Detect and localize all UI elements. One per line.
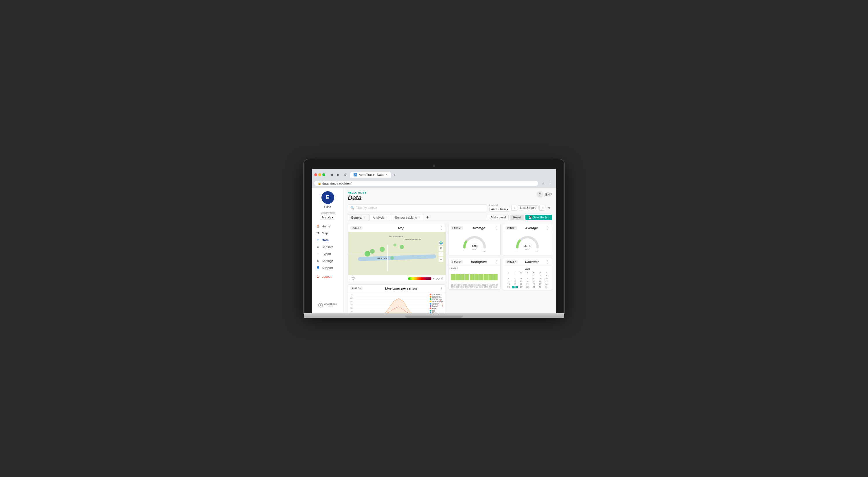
refresh-button[interactable]: ↺ <box>342 171 348 178</box>
interval-select[interactable]: Auto · 1min ▾ <box>489 207 510 212</box>
filter-row: 🔍 Filter by sensor Interval Auto · 1min … <box>348 204 552 212</box>
avg2-panel-menu-icon[interactable]: ⋮ <box>546 226 550 230</box>
time-forward-button[interactable]: › <box>539 205 545 211</box>
sidebar-item-home[interactable]: 🏠 Home <box>312 223 343 230</box>
y-label-40: 40 <box>350 304 354 306</box>
map-label-1: Sainte-Luce-sur-Loire <box>405 238 422 240</box>
tabs-right-actions: Add a panel Reset 💾 Save the tab <box>488 215 552 220</box>
bookmark-icon[interactable]: ☆ <box>540 180 546 187</box>
close-window-btn[interactable] <box>314 173 317 176</box>
calendar-metric-selector[interactable]: PM2.5 ▾ <box>505 260 518 263</box>
tab-general-options-icon[interactable]: ⋮ <box>363 216 366 219</box>
hist-x-1: 12:2026/8 <box>456 284 460 288</box>
line-chart-legend: 100300053 100300081 <box>430 294 443 313</box>
sidebar-item-export[interactable]: ↑ Export <box>312 251 343 257</box>
save-icon: 💾 <box>528 216 532 219</box>
tab-bar: A AtmoTrack - Data ✕ + <box>350 171 398 178</box>
map-globe-icon[interactable]: 🌍 <box>439 241 443 245</box>
histogram-metric-selector[interactable]: PM2.5 ▾ <box>451 260 463 263</box>
y-label-50: 50 <box>350 300 354 303</box>
add-panel-button[interactable]: Add a panel <box>488 215 508 220</box>
map-zoom-out-button[interactable]: − <box>439 257 443 262</box>
back-button[interactable]: ◀ <box>328 171 335 178</box>
svg-rect-16 <box>474 274 479 280</box>
legend-label-6: Elise <box>432 308 436 310</box>
calendar-metric-label: PM2.5 <box>507 260 515 263</box>
cal-header-T1: T <box>512 271 518 274</box>
line-chart-metric-selector[interactable]: PM2.5 ▾ <box>350 287 363 290</box>
map-panel-menu-icon[interactable]: ⋮ <box>440 226 443 230</box>
reset-button[interactable]: Reset <box>510 215 524 220</box>
url-input[interactable]: 🔒 data.atmotrack.fr/en/ <box>314 181 538 186</box>
new-tab-button[interactable]: + <box>391 171 398 178</box>
filter-input[interactable]: 🔍 Filter by sensor <box>348 204 487 211</box>
sidebar-item-settings[interactable]: ⚙ Settings <box>312 257 343 264</box>
deployment-select[interactable]: My city ▾ <box>320 215 335 220</box>
legend-item-5: Dorian <box>430 305 443 307</box>
sidebar-item-map[interactable]: 🗺 Map <box>312 230 343 236</box>
calendar-panel-menu-icon[interactable]: ⋮ <box>546 260 550 264</box>
sidebar-item-data-label: Data <box>322 238 329 242</box>
tab-general-label: General <box>351 216 362 219</box>
panel-line-chart: PM2.5 ▾ Line chart per sensor ⋮ 7 <box>348 284 446 313</box>
line-chart-panel-menu-icon[interactable]: ⋮ <box>440 286 443 290</box>
sensor-dot-3 <box>365 251 370 257</box>
sidebar-item-support[interactable]: 👤 Support <box>312 264 343 271</box>
legend-label-0: 100300053 <box>432 294 441 296</box>
nav-buttons: ◀ ▶ ↺ <box>328 171 348 178</box>
language-selector[interactable]: EN ▾ <box>546 192 552 196</box>
line-chart-svg-container: 100300053 100300081 <box>355 294 443 313</box>
cal-day-1: 1 <box>531 274 537 277</box>
tab-analysis[interactable]: Analysis ⋮ <box>370 214 391 221</box>
map-canvas: NANTES Sainte-Luce-sur-Loire Thouaré-sur… <box>348 232 445 275</box>
refresh-data-button[interactable]: ↺ <box>546 205 552 211</box>
svg-rect-11 <box>451 274 455 280</box>
tab-general[interactable]: General ⋮ <box>348 214 369 221</box>
map-layers-icon[interactable]: ⧉ <box>439 246 443 251</box>
map-controls: 🌍 ⧉ + − <box>439 241 443 262</box>
histogram-panel-menu-icon[interactable]: ⋮ <box>494 260 498 264</box>
map-zoom-in-button[interactable]: + <box>439 252 443 256</box>
tab-analysis-options-icon[interactable]: ⋮ <box>386 216 388 219</box>
page-title: Data <box>348 194 367 202</box>
tab-close-icon[interactable]: ✕ <box>385 173 388 176</box>
sidebar-item-logout[interactable]: ⏻ Logout <box>312 273 343 280</box>
tab-analysis-label: Analysis <box>373 216 384 219</box>
svg-rect-12 <box>456 274 460 280</box>
hist-x-3: 13:0026/8 <box>465 284 470 288</box>
browser-menu-icon[interactable]: ⋮ <box>548 180 554 187</box>
panels-grid: PM2.5 ▾ Map ⋮ <box>348 224 552 313</box>
save-tab-button[interactable]: 💾 Save the tab <box>525 215 552 220</box>
avatar: E <box>321 191 334 204</box>
time-back-button[interactable]: ‹ <box>511 205 517 211</box>
add-tab-button[interactable]: + <box>425 214 431 220</box>
sidebar-item-settings-label: Settings <box>322 259 333 263</box>
sensor-dot-5 <box>390 256 394 260</box>
sidebar-item-data[interactable]: ⊞ Data <box>312 236 343 244</box>
avg1-panel-menu-icon[interactable]: ⋮ <box>494 226 498 230</box>
cal-day-3: 3 <box>544 274 550 277</box>
help-button[interactable]: ? <box>537 191 543 197</box>
tab-sensor-tracking[interactable]: Sensor tracking ⋮ <box>392 214 424 221</box>
legend-color-4 <box>430 303 431 305</box>
legend-item-6: Elise <box>430 308 443 310</box>
greeting-text: HELLO ELISE <box>348 191 367 194</box>
map-metric-selector[interactable]: PM2.5 ▾ <box>350 226 363 230</box>
browser-tab-active[interactable]: A AtmoTrack - Data ✕ <box>350 172 391 178</box>
page-header: HELLO ELISE Data ? EN ▾ <box>348 191 552 202</box>
sidebar-item-sensors[interactable]: ● Sensors <box>312 244 343 251</box>
svg-rect-13 <box>460 274 465 280</box>
map-footer: 2 km 1 mi 0 80 (µg/m²) <box>348 275 445 282</box>
tab-sensor-options-icon[interactable]: ⋮ <box>418 216 421 219</box>
maximize-window-btn[interactable] <box>322 173 325 176</box>
sidebar-navigation: 🏠 Home 🗺 Map ⊞ Data ● <box>312 223 343 280</box>
cal-day-13: 13 <box>518 280 524 283</box>
map-panel-title: Map <box>364 226 439 230</box>
time-nav: ‹ Last 3 hours › <box>511 205 545 211</box>
avg1-gauge-container: 1.99 µg/m² 0 80 <box>448 232 500 255</box>
minimize-window-btn[interactable] <box>318 173 321 176</box>
forward-button[interactable]: ▶ <box>335 171 341 178</box>
cal-day-18: 18 <box>505 283 512 286</box>
avg1-metric-selector[interactable]: PM2.5 ▾ <box>451 226 463 230</box>
avg2-metric-selector[interactable]: PM10 ▾ <box>505 226 517 230</box>
